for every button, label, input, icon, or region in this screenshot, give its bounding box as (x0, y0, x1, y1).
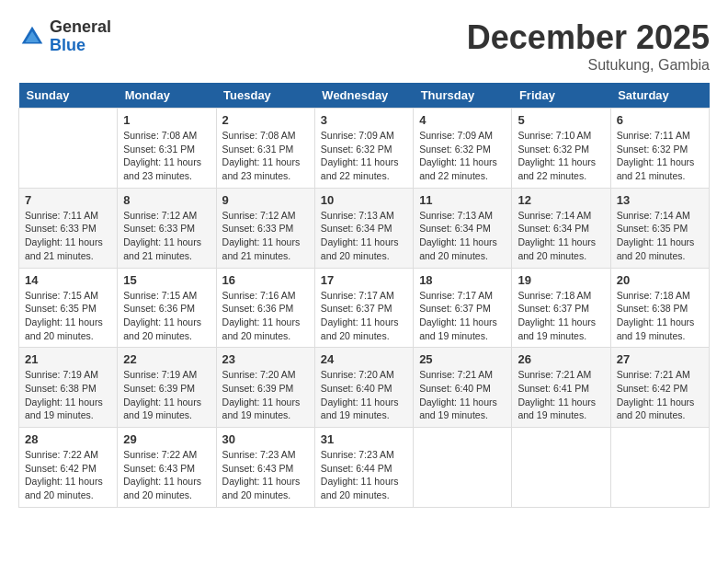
daylight-text: Daylight: 11 hours and 19 minutes. (518, 396, 596, 421)
day-info: Sunrise: 7:22 AM Sunset: 6:43 PM Dayligh… (123, 448, 210, 502)
sunrise-text: Sunrise: 7:19 AM (25, 369, 98, 380)
calendar-cell (512, 428, 610, 508)
day-info: Sunrise: 7:09 AM Sunset: 6:32 PM Dayligh… (419, 129, 506, 183)
sunset-text: Sunset: 6:37 PM (518, 303, 589, 314)
daylight-text: Daylight: 11 hours and 19 minutes. (222, 396, 301, 421)
day-number: 20 (617, 273, 703, 287)
sunset-text: Sunset: 6:40 PM (321, 383, 392, 394)
sunrise-text: Sunrise: 7:16 AM (222, 290, 296, 301)
sunset-text: Sunset: 6:43 PM (222, 463, 294, 474)
day-number: 30 (222, 432, 309, 446)
sunset-text: Sunset: 6:34 PM (419, 223, 491, 234)
header-friday: Friday (512, 83, 610, 109)
day-info: Sunrise: 7:10 AM Sunset: 6:32 PM Dayligh… (518, 129, 604, 183)
calendar-cell: 18 Sunrise: 7:17 AM Sunset: 6:37 PM Dayl… (414, 268, 512, 348)
sunset-text: Sunset: 6:44 PM (321, 463, 392, 474)
day-number: 3 (321, 113, 407, 127)
day-number: 16 (222, 273, 309, 287)
day-number: 4 (419, 113, 506, 127)
day-info: Sunrise: 7:16 AM Sunset: 6:36 PM Dayligh… (222, 289, 309, 343)
calendar-cell: 10 Sunrise: 7:13 AM Sunset: 6:34 PM Dayl… (314, 188, 413, 268)
sunrise-text: Sunrise: 7:09 AM (419, 130, 493, 141)
day-number: 9 (222, 193, 309, 207)
calendar-cell (414, 428, 512, 508)
daylight-text: Daylight: 11 hours and 20 minutes. (518, 236, 596, 261)
calendar-cell: 23 Sunrise: 7:20 AM Sunset: 6:39 PM Dayl… (216, 348, 314, 428)
day-number: 5 (518, 113, 604, 127)
sunrise-text: Sunrise: 7:10 AM (518, 130, 591, 141)
day-info: Sunrise: 7:18 AM Sunset: 6:37 PM Dayligh… (518, 289, 604, 343)
daylight-text: Daylight: 11 hours and 19 minutes. (321, 396, 399, 421)
day-info: Sunrise: 7:21 AM Sunset: 6:41 PM Dayligh… (518, 368, 604, 422)
sunrise-text: Sunrise: 7:21 AM (617, 369, 690, 380)
sunset-text: Sunset: 6:38 PM (617, 303, 688, 314)
calendar-cell: 7 Sunrise: 7:11 AM Sunset: 6:33 PM Dayli… (19, 188, 118, 268)
day-number: 12 (518, 193, 604, 207)
sunrise-text: Sunrise: 7:23 AM (222, 449, 296, 460)
week-row-5: 28 Sunrise: 7:22 AM Sunset: 6:42 PM Dayl… (19, 428, 710, 508)
sunset-text: Sunset: 6:36 PM (222, 303, 294, 314)
sunrise-text: Sunrise: 7:08 AM (222, 130, 296, 141)
sunset-text: Sunset: 6:33 PM (222, 223, 294, 234)
day-info: Sunrise: 7:19 AM Sunset: 6:39 PM Dayligh… (123, 368, 210, 422)
calendar-cell: 22 Sunrise: 7:19 AM Sunset: 6:39 PM Dayl… (118, 348, 216, 428)
calendar-cell: 16 Sunrise: 7:16 AM Sunset: 6:36 PM Dayl… (216, 268, 314, 348)
daylight-text: Daylight: 11 hours and 20 minutes. (222, 476, 301, 500)
daylight-text: Daylight: 11 hours and 20 minutes. (222, 316, 301, 341)
day-info: Sunrise: 7:15 AM Sunset: 6:36 PM Dayligh… (123, 289, 210, 343)
daylight-text: Daylight: 11 hours and 19 minutes. (617, 316, 695, 341)
logo-blue-text: Blue (50, 37, 111, 55)
day-info: Sunrise: 7:09 AM Sunset: 6:32 PM Dayligh… (321, 129, 407, 183)
logo-icon (18, 23, 46, 51)
calendar-cell: 2 Sunrise: 7:08 AM Sunset: 6:31 PM Dayli… (216, 109, 314, 189)
header-thursday: Thursday (414, 83, 512, 109)
calendar-cell: 31 Sunrise: 7:23 AM Sunset: 6:44 PM Dayl… (314, 428, 413, 508)
sunset-text: Sunset: 6:42 PM (617, 383, 688, 394)
sunset-text: Sunset: 6:42 PM (25, 463, 97, 474)
day-info: Sunrise: 7:17 AM Sunset: 6:37 PM Dayligh… (419, 289, 506, 343)
day-number: 8 (123, 193, 210, 207)
daylight-text: Daylight: 11 hours and 21 minutes. (222, 236, 301, 261)
sunrise-text: Sunrise: 7:23 AM (321, 449, 394, 460)
sunset-text: Sunset: 6:37 PM (321, 303, 392, 314)
calendar-cell: 4 Sunrise: 7:09 AM Sunset: 6:32 PM Dayli… (414, 109, 512, 189)
calendar-cell: 26 Sunrise: 7:21 AM Sunset: 6:41 PM Dayl… (512, 348, 610, 428)
sunset-text: Sunset: 6:41 PM (518, 383, 589, 394)
sunset-text: Sunset: 6:34 PM (518, 223, 589, 234)
logo-general-text: General (50, 18, 111, 37)
sunset-text: Sunset: 6:31 PM (222, 144, 294, 155)
day-info: Sunrise: 7:22 AM Sunset: 6:42 PM Dayligh… (25, 448, 111, 502)
calendar-cell: 27 Sunrise: 7:21 AM Sunset: 6:42 PM Dayl… (610, 348, 709, 428)
calendar-table: SundayMondayTuesdayWednesdayThursdayFrid… (18, 83, 710, 508)
daylight-text: Daylight: 11 hours and 19 minutes. (25, 396, 103, 421)
day-number: 24 (321, 352, 407, 366)
day-info: Sunrise: 7:12 AM Sunset: 6:33 PM Dayligh… (123, 209, 210, 263)
sunset-text: Sunset: 6:40 PM (419, 383, 491, 394)
sunrise-text: Sunrise: 7:22 AM (123, 449, 197, 460)
sunrise-text: Sunrise: 7:12 AM (123, 210, 197, 221)
calendar-cell: 17 Sunrise: 7:17 AM Sunset: 6:37 PM Dayl… (314, 268, 413, 348)
daylight-text: Daylight: 11 hours and 19 minutes. (518, 316, 596, 341)
calendar-header-row: SundayMondayTuesdayWednesdayThursdayFrid… (19, 83, 710, 109)
calendar-cell: 30 Sunrise: 7:23 AM Sunset: 6:43 PM Dayl… (216, 428, 314, 508)
day-number: 7 (25, 193, 111, 207)
sunset-text: Sunset: 6:33 PM (25, 223, 97, 234)
sunset-text: Sunset: 6:34 PM (321, 223, 392, 234)
sunrise-text: Sunrise: 7:20 AM (222, 369, 296, 380)
calendar-cell: 21 Sunrise: 7:19 AM Sunset: 6:38 PM Dayl… (19, 348, 118, 428)
day-info: Sunrise: 7:13 AM Sunset: 6:34 PM Dayligh… (419, 209, 506, 263)
daylight-text: Daylight: 11 hours and 19 minutes. (419, 396, 497, 421)
week-row-2: 7 Sunrise: 7:11 AM Sunset: 6:33 PM Dayli… (19, 188, 710, 268)
daylight-text: Daylight: 11 hours and 20 minutes. (617, 236, 695, 261)
sunrise-text: Sunrise: 7:14 AM (617, 210, 690, 221)
header-wednesday: Wednesday (314, 83, 413, 109)
calendar-cell: 29 Sunrise: 7:22 AM Sunset: 6:43 PM Dayl… (118, 428, 216, 508)
week-row-4: 21 Sunrise: 7:19 AM Sunset: 6:38 PM Dayl… (19, 348, 710, 428)
day-info: Sunrise: 7:20 AM Sunset: 6:39 PM Dayligh… (222, 368, 309, 422)
sunrise-text: Sunrise: 7:18 AM (518, 290, 591, 301)
daylight-text: Daylight: 11 hours and 22 minutes. (321, 156, 399, 181)
day-info: Sunrise: 7:15 AM Sunset: 6:35 PM Dayligh… (25, 289, 111, 343)
header-monday: Monday (118, 83, 216, 109)
sunset-text: Sunset: 6:43 PM (123, 463, 195, 474)
sunset-text: Sunset: 6:32 PM (321, 144, 392, 155)
